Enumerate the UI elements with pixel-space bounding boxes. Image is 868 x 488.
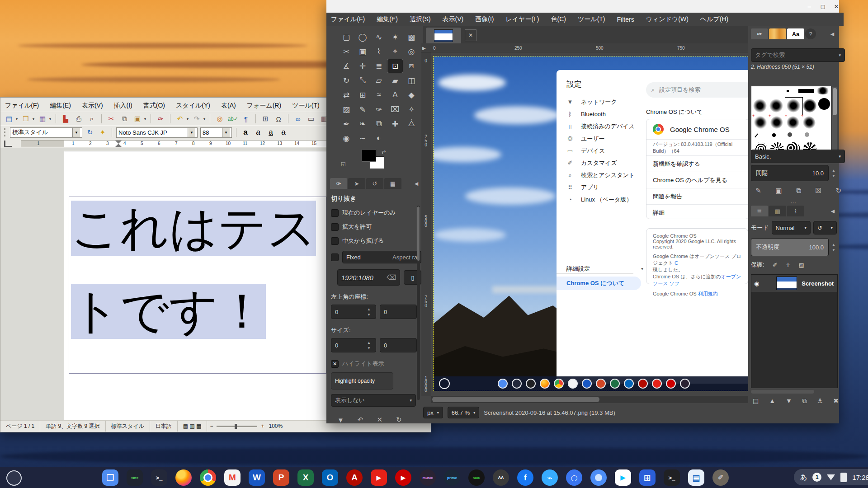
- tool-crop-active[interactable]: ⊡: [387, 59, 403, 73]
- tool-blur[interactable]: ◉: [338, 131, 354, 145]
- gimp-menu-windows[interactable]: ウィンドウ(W): [646, 15, 689, 23]
- layer-row-screenshot[interactable]: ◉ Screenshot: [751, 275, 837, 292]
- special-character-icon[interactable]: Ω: [274, 114, 283, 124]
- vertical-ruler[interactable]: 0 250 500 750 1000: [421, 52, 431, 396]
- status-word-count[interactable]: 単語 9、文字数 9 選択: [40, 421, 105, 432]
- terms-link[interactable]: 利用規約: [698, 291, 718, 296]
- status-zoom-percent[interactable]: 100%: [269, 423, 283, 429]
- tool-scissors[interactable]: ✂: [338, 44, 354, 59]
- menu-file[interactable]: ファイル(F): [5, 102, 39, 110]
- paragraph-style-combo[interactable]: 標準スタイル▼: [10, 127, 82, 138]
- layer-list-scrollbar[interactable]: [751, 390, 814, 394]
- collapse-icon[interactable]: ◀: [828, 31, 836, 37]
- gimp-menu-file[interactable]: ファイル(F): [331, 15, 365, 23]
- tool-move[interactable]: ✛: [354, 59, 371, 73]
- fixed-aspect-dropdown[interactable]: FixedAspect ra: [342, 251, 421, 263]
- tool-heal[interactable]: ✚: [387, 117, 403, 131]
- check-updates-row[interactable]: 新機能を確認する: [646, 155, 748, 172]
- taskbar-app-bt-terminal[interactable]: <bt>: [127, 469, 143, 486]
- clear-icon[interactable]: ⌫: [387, 273, 396, 282]
- tool-align[interactable]: ≣: [371, 59, 387, 73]
- tool-flip[interactable]: ⇄: [338, 88, 354, 102]
- maximize-icon[interactable]: ▢: [819, 3, 826, 10]
- strikethrough-icon[interactable]: a: [278, 127, 288, 137]
- taskbar-app-google-play[interactable]: ▶: [615, 469, 631, 486]
- tab-device-status[interactable]: ➤: [348, 178, 365, 189]
- tool-perspective[interactable]: ▰: [387, 73, 403, 88]
- layer-mode-dropdown[interactable]: Normal▾: [772, 221, 811, 235]
- cut-icon[interactable]: ✂: [106, 114, 116, 124]
- swap-colors-icon[interactable]: ⇄: [382, 149, 386, 155]
- lower-layer-icon[interactable]: ▼: [786, 397, 792, 405]
- ruler-play-icon[interactable]: ▶: [422, 46, 426, 51]
- brush-search-input[interactable]: タグで検索▾: [751, 48, 845, 62]
- system-tray[interactable]: あ 1 17:28: [794, 469, 868, 485]
- collapse-icon[interactable]: ◀: [829, 208, 837, 214]
- checkbox-allow-growing[interactable]: [331, 223, 339, 231]
- refresh-brushes-icon[interactable]: ↻: [835, 187, 841, 195]
- taskbar-app-terminal[interactable]: >_: [664, 469, 680, 486]
- open-icon[interactable]: ❒: [21, 114, 31, 124]
- new-style-icon[interactable]: ✦: [98, 127, 108, 137]
- find-replace-icon[interactable]: ◎: [215, 114, 225, 124]
- menu-table[interactable]: 表(A): [221, 102, 236, 110]
- taskbar-app-hulu[interactable]: hulu: [468, 469, 485, 486]
- anchor-layer-icon[interactable]: ⚓: [817, 397, 823, 405]
- tool-pencil[interactable]: ✎: [354, 102, 371, 117]
- combo-arrow[interactable]: ▼: [72, 128, 80, 137]
- checkbox-highlight-checked[interactable]: ✕: [331, 360, 339, 368]
- save-icon[interactable]: ▦: [38, 114, 47, 124]
- menu-form[interactable]: フォーム(R): [247, 102, 281, 110]
- taskbar-app-acrobat[interactable]: A: [346, 469, 363, 486]
- image-tab-close-icon[interactable]: ✕: [465, 29, 476, 41]
- font-size-combo[interactable]: 88▼: [200, 127, 232, 138]
- tool-zoom[interactable]: ◎: [403, 44, 420, 59]
- new-layer-icon[interactable]: ▤: [753, 397, 759, 405]
- dropdown-arrow[interactable]: ▾: [16, 117, 18, 121]
- close-icon[interactable]: ✕: [833, 3, 840, 10]
- text-frame[interactable]: これはテス トです！: [69, 197, 326, 374]
- taskbar-app-crosh[interactable]: >_: [151, 469, 167, 486]
- reset-options-icon[interactable]: ↻: [396, 416, 402, 424]
- indent-marker[interactable]: [115, 144, 122, 147]
- taskbar-app-libreoffice[interactable]: ▤: [688, 469, 704, 486]
- zoom-knob[interactable]: [235, 424, 237, 429]
- minimize-icon[interactable]: –: [806, 3, 813, 10]
- tab-paths[interactable]: ⌇: [787, 206, 804, 216]
- spinner[interactable]: ▲▼: [366, 307, 372, 317]
- checkbox-fixed[interactable]: [331, 253, 339, 261]
- bold-icon[interactable]: a: [241, 127, 250, 137]
- spacing-spinner[interactable]: ▲▼: [830, 169, 837, 178]
- opacity-slider[interactable]: 不透明度100.0: [751, 238, 829, 256]
- tool-paths[interactable]: ⌇: [371, 44, 387, 59]
- ime-indicator[interactable]: あ: [800, 473, 807, 482]
- taskbar-app-youtube-music[interactable]: ▶: [395, 469, 411, 486]
- tool-bucket-fill[interactable]: ◆: [403, 88, 420, 102]
- formatting-marks-icon[interactable]: ¶: [241, 114, 251, 124]
- zoom-select[interactable]: 66.7 %▾: [448, 407, 480, 418]
- visibility-eye-icon[interactable]: ◉: [754, 280, 759, 287]
- taskbar-app-excel[interactable]: X: [297, 469, 314, 486]
- settings-search-bar[interactable]: ⌕ 設定項目を検索: [646, 82, 748, 98]
- combo-arrow[interactable]: ▼: [188, 128, 195, 137]
- unit-select[interactable]: px▾: [423, 407, 443, 418]
- clock[interactable]: 17:28: [852, 474, 868, 481]
- status-view-layout-icons[interactable]: ▤ ▥ ▦: [178, 421, 208, 432]
- tool-eraser[interactable]: ⌧: [387, 102, 403, 117]
- toolbar-grip[interactable]: [4, 128, 7, 136]
- save-preset-icon[interactable]: ▼: [337, 416, 344, 424]
- new-document-icon[interactable]: ▤: [4, 114, 14, 124]
- export-pdf-icon[interactable]: ▙: [61, 114, 71, 124]
- canvas-viewport[interactable]: 設定 ▼ネットワーク ᛒBluetooth ▯接続済みのデバイス ⏣ユーザー ▭…: [431, 52, 748, 396]
- taskbar-app-youtube[interactable]: ▶: [371, 469, 387, 486]
- taskbar-app-chrome[interactable]: [200, 469, 216, 486]
- copy-icon[interactable]: ⧉: [119, 114, 129, 124]
- brush-grid[interactable]: ++++: [751, 86, 831, 160]
- indent-marker[interactable]: [115, 141, 122, 144]
- tool-rotate[interactable]: ↻: [338, 73, 354, 88]
- combo-arrow[interactable]: ▼: [222, 128, 230, 137]
- spinner[interactable]: ▲▼: [366, 341, 372, 350]
- tool-rect-select[interactable]: ▢: [338, 30, 354, 44]
- spellcheck-icon[interactable]: ab✓: [228, 114, 238, 124]
- help-row[interactable]: Chrome OS のヘルプを見る: [646, 172, 748, 188]
